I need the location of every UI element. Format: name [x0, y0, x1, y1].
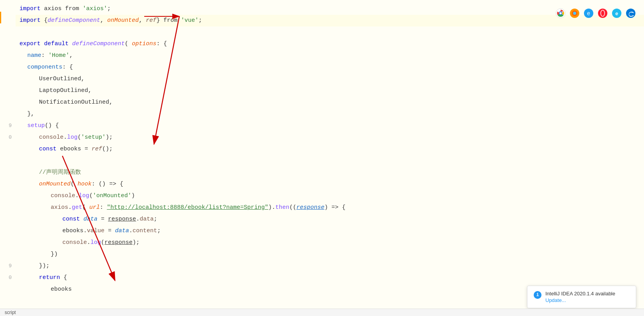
edge-old-icon[interactable]: e: [583, 8, 594, 19]
line-indicator: [0, 12, 1, 23]
firefox-icon[interactable]: [569, 8, 580, 19]
chrome-icon[interactable]: [555, 8, 566, 19]
code-line-6: components: {: [16, 62, 644, 73]
code-line-8: LaptopOutlined,: [16, 85, 644, 97]
bottom-tab: script: [0, 309, 644, 316]
code-line-24: 0 return {: [16, 272, 644, 284]
edge-new-icon[interactable]: [625, 8, 636, 19]
code-line-3: [16, 26, 644, 38]
notification-popup: i IntelliJ IDEA 2020.1.4 available Updat…: [527, 286, 636, 308]
code-line-23: 9 });: [16, 260, 644, 272]
browser-icons-container: e e: [555, 8, 636, 19]
code-line-14: [16, 155, 644, 167]
code-line-15: //声明周期函数: [16, 167, 644, 178]
ie-icon[interactable]: e: [611, 8, 622, 19]
code-line-20: ebooks.value = data.content;: [16, 225, 644, 237]
opera-icon[interactable]: [597, 8, 608, 19]
code-line-19: const data = response.data;: [16, 214, 644, 225]
code-line-13: const ebooks = ref();: [16, 143, 644, 155]
keyword-import: import: [19, 3, 41, 15]
code-line-2: import {defineComponent, onMounted, ref}…: [16, 15, 644, 26]
code-line-12: 0 console.log('setup');: [16, 132, 644, 143]
code-line-18: axios.get( url: "http://localhost:8888/e…: [16, 202, 644, 214]
code-line-11: 9 setup() {: [16, 120, 644, 132]
svg-text:e: e: [587, 10, 590, 16]
code-line-7: UserOutlined,: [16, 73, 644, 85]
svg-point-7: [560, 12, 562, 14]
code-editor: import axios from 'axios'; import {defin…: [0, 0, 644, 316]
svg-text:e: e: [615, 11, 618, 16]
code-line-16: onMounted( hook: () => {: [16, 178, 644, 190]
notification-update-link[interactable]: Update...: [545, 297, 566, 303]
code-line-1: import axios from 'axios';: [16, 3, 644, 15]
notification-content: IntelliJ IDEA 2020.1.4 available Update.…: [545, 291, 615, 303]
code-line-22: }): [16, 249, 644, 260]
notification-title: IntelliJ IDEA 2020.1.4 available: [545, 291, 615, 297]
code-line-4: export default defineComponent( options:…: [16, 38, 644, 50]
code-line-10: },: [16, 108, 644, 120]
code-line-9: NotificationOutlined,: [16, 97, 644, 108]
code-line-5: name: 'Home',: [16, 50, 644, 62]
code-line-21: console.log(response);: [16, 237, 644, 249]
code-line-17: console.log('onMounted'): [16, 190, 644, 202]
svg-point-10: [573, 12, 576, 15]
notification-info-icon: i: [534, 291, 541, 299]
